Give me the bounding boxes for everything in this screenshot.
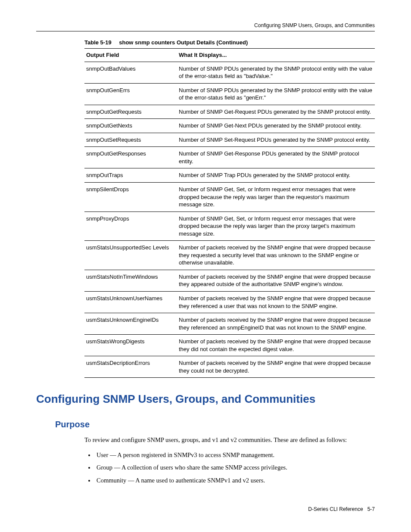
table-caption-num: Table 5-19 bbox=[84, 39, 112, 46]
table-row: usmStatsUnsupportedSec LevelsNumber of p… bbox=[84, 241, 375, 270]
output-field-cell: snmpOutGetResponses bbox=[84, 147, 177, 168]
description-cell: Number of packets received by the SNMP e… bbox=[177, 356, 375, 378]
description-cell: Number of SNMP PDUs generated by the SNM… bbox=[177, 62, 375, 83]
list-item: User — A person registered in SNMPv3 to … bbox=[95, 450, 375, 460]
table-row: usmStatsWrongDigestsNumber of packets re… bbox=[84, 335, 375, 356]
table-row: usmStatsNotInTimeWindowsNumber of packet… bbox=[84, 270, 375, 291]
table-row: usmStatsDecriptionErrorsNumber of packet… bbox=[84, 356, 375, 378]
section-heading: Configuring SNMP Users, Groups, and Comm… bbox=[36, 392, 375, 406]
description-cell: Number of packets received by the SNMP e… bbox=[177, 335, 375, 356]
table-header-row: Output Field What It Displays... bbox=[84, 49, 375, 62]
definition-list: User — A person registered in SNMPv3 to … bbox=[84, 450, 375, 485]
page-footer: D-Series CLI Reference 5-7 bbox=[308, 506, 375, 512]
table-row: snmpOutTrapsNumber of SNMP Trap PDUs gen… bbox=[84, 168, 375, 183]
table-row: snmpProxyDropsNumber of SNMP Get, Set, o… bbox=[84, 212, 375, 241]
col-header-what-it-displays: What It Displays... bbox=[177, 49, 375, 62]
output-field-cell: usmStatsUnsupportedSec Levels bbox=[84, 241, 177, 270]
table-row: snmpOutBadValuesNumber of SNMP PDUs gene… bbox=[84, 62, 375, 83]
table-row: snmpSilentDropsNumber of SNMP Get, Set, … bbox=[84, 183, 375, 212]
table-row: snmpOutGenErrsNumber of SNMP PDUs genera… bbox=[84, 83, 375, 105]
snmp-counters-table: Output Field What It Displays... snmpOut… bbox=[84, 48, 375, 378]
running-header: Configuring SNMP Users, Groups, and Comm… bbox=[36, 22, 375, 28]
output-field-cell: usmStatsUnknownEngineIDs bbox=[84, 313, 177, 335]
output-field-cell: snmpOutBadValues bbox=[84, 62, 177, 83]
description-cell: Number of SNMP Set-Request PDUs generate… bbox=[177, 133, 375, 147]
footer-page-num: 5-7 bbox=[367, 506, 375, 512]
description-cell: Number of SNMP Get-Next PDUs generated b… bbox=[177, 119, 375, 133]
description-cell: Number of SNMP Trap PDUs generated by th… bbox=[177, 168, 375, 183]
table-row: snmpOutGetNextsNumber of SNMP Get-Next P… bbox=[84, 119, 375, 133]
table-row: usmStatsUnknownUserNamesNumber of packet… bbox=[84, 292, 375, 313]
output-field-cell: snmpOutSetRequests bbox=[84, 133, 177, 147]
output-field-cell: usmStatsDecriptionErrors bbox=[84, 356, 177, 378]
list-item: Community — A name used to authenticate … bbox=[95, 476, 375, 485]
table-caption: Table 5-19 show snmp counters Output Det… bbox=[84, 39, 375, 46]
description-cell: Number of SNMP PDUs generated by the SNM… bbox=[177, 83, 375, 105]
footer-doc-title: D-Series CLI Reference bbox=[308, 506, 363, 512]
output-field-cell: snmpOutGetRequests bbox=[84, 105, 177, 119]
table-row: snmpOutGetResponsesNumber of SNMP Get-Re… bbox=[84, 147, 375, 168]
output-field-cell: usmStatsUnknownUserNames bbox=[84, 292, 177, 313]
output-field-cell: snmpOutTraps bbox=[84, 168, 177, 183]
description-cell: Number of packets received by the SNMP e… bbox=[177, 241, 375, 270]
output-field-cell: snmpSilentDrops bbox=[84, 183, 177, 212]
output-field-cell: snmpProxyDrops bbox=[84, 212, 177, 241]
output-field-cell: usmStatsWrongDigests bbox=[84, 335, 177, 356]
description-cell: Number of packets received by the SNMP e… bbox=[177, 270, 375, 291]
description-cell: Number of SNMP Get-Request PDUs generate… bbox=[177, 105, 375, 119]
table-row: snmpOutGetRequestsNumber of SNMP Get-Req… bbox=[84, 105, 375, 119]
description-cell: Number of packets received by the SNMP e… bbox=[177, 292, 375, 313]
subsection-heading: Purpose bbox=[55, 420, 375, 429]
output-field-cell: snmpOutGetNexts bbox=[84, 119, 177, 133]
description-cell: Number of SNMP Get, Set, or Inform reque… bbox=[177, 212, 375, 241]
intro-paragraph: To review and configure SNMP users, grou… bbox=[84, 436, 375, 445]
description-cell: Number of SNMP Get-Response PDUs generat… bbox=[177, 147, 375, 168]
table-caption-text: show snmp counters Output Details (Conti… bbox=[119, 39, 248, 46]
table-row: snmpOutSetRequestsNumber of SNMP Set-Req… bbox=[84, 133, 375, 147]
table-row: usmStatsUnknownEngineIDsNumber of packet… bbox=[84, 313, 375, 335]
description-cell: Number of packets received by the SNMP e… bbox=[177, 313, 375, 335]
col-header-output-field: Output Field bbox=[84, 49, 177, 62]
list-item: Group — A collection of users who share … bbox=[95, 463, 375, 473]
description-cell: Number of SNMP Get, Set, or Inform reque… bbox=[177, 183, 375, 212]
output-field-cell: snmpOutGenErrs bbox=[84, 83, 177, 105]
header-rule bbox=[36, 31, 375, 31]
output-field-cell: usmStatsNotInTimeWindows bbox=[84, 270, 177, 291]
